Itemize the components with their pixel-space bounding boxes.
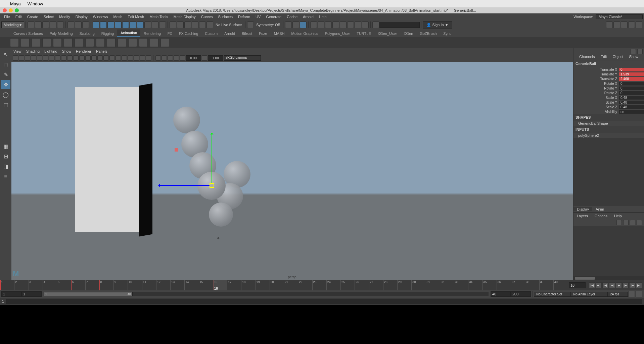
layer-new-empty-icon[interactable]	[630, 220, 635, 225]
history-icon[interactable]	[170, 21, 176, 28]
live-surface-label[interactable]: No Live Surface	[214, 23, 244, 27]
shelf-icon-10[interactable]	[107, 38, 116, 47]
panel-btn-iso4[interactable]	[174, 55, 179, 61]
redo-icon[interactable]	[57, 21, 64, 28]
input-name[interactable]: polySphere2	[573, 133, 644, 138]
signin-button[interactable]: 👤 Sign In ▼	[423, 21, 452, 28]
menu-help[interactable]: Help	[316, 15, 329, 19]
shelf-tab-xgen[interactable]: XGen	[400, 30, 416, 37]
panel-btn-20[interactable]	[128, 55, 133, 61]
step-back-button[interactable]: ◀	[602, 282, 608, 288]
panel-menu-show[interactable]: Show	[62, 49, 72, 53]
close-icon[interactable]	[3, 8, 7, 12]
layer-menu-layers[interactable]: Layers	[573, 214, 591, 218]
toggle-attributeeditor-icon[interactable]	[636, 21, 642, 28]
shelf-tab-animation[interactable]: Animation	[117, 30, 140, 37]
menu-display[interactable]: Display	[73, 15, 90, 19]
range-thumb[interactable]: 1 40	[44, 292, 133, 296]
menuset-selector[interactable]: Modeling▼	[1, 21, 24, 28]
layout2-icon[interactable]	[292, 21, 299, 28]
renderview-icon[interactable]	[355, 21, 361, 28]
help-search-input[interactable]	[379, 22, 420, 28]
anim-layer-selector[interactable]: No Anim Layer	[571, 292, 608, 297]
character-set-selector[interactable]: No Character Set	[534, 292, 571, 297]
menu-meshtools[interactable]: Mesh Tools	[147, 15, 171, 19]
panel-menu-renderer[interactable]: Renderer	[76, 49, 91, 53]
attr-label[interactable]: Scale Z	[573, 105, 619, 109]
panel-btn-2[interactable]	[19, 55, 24, 61]
panel-menu-view[interactable]: View	[13, 49, 21, 53]
move-gizmo-x-axis[interactable]	[159, 185, 210, 186]
panel-btn-14[interactable]	[91, 55, 97, 61]
history6-icon[interactable]	[206, 21, 213, 28]
shelf-icon-9[interactable]	[96, 38, 105, 47]
time-ruler[interactable]: 1234567891011121314151617181920212223242…	[0, 280, 567, 290]
attr-value[interactable]: 0	[619, 82, 644, 85]
snap-point-icon[interactable]	[107, 21, 114, 28]
panel-btn-7[interactable]	[49, 55, 54, 61]
symmetry-icon[interactable]	[247, 21, 254, 28]
attr-value[interactable]: 2.468	[619, 77, 644, 81]
attr-label[interactable]: Rotate Y	[573, 87, 619, 90]
construction-icon[interactable]	[159, 21, 166, 28]
snap-center-icon[interactable]	[115, 21, 122, 28]
shelf-icon-2[interactable]	[21, 38, 30, 47]
attr-label[interactable]: Rotate Z	[573, 91, 619, 95]
step-forward-button[interactable]: ▶	[623, 282, 629, 288]
shelf-tab-motiongraphics[interactable]: Motion Graphics	[288, 30, 321, 37]
layout-single-icon[interactable]: ▦	[1, 141, 10, 151]
panel-btn-18[interactable]	[116, 55, 121, 61]
move-gizmo-y-axis[interactable]	[212, 134, 212, 184]
shelf-tab-rendering[interactable]: Rendering	[140, 30, 164, 37]
menu-surfaces[interactable]: Surfaces	[216, 15, 235, 19]
shelf-tab-arnold[interactable]: Arnold	[221, 30, 238, 37]
snap-grid-icon[interactable]	[93, 21, 99, 28]
attr-label[interactable]: Scale Y	[573, 101, 619, 104]
panel-btn-16[interactable]	[103, 55, 109, 61]
attr-value[interactable]: 0.48	[619, 105, 644, 109]
attr-value[interactable]: on	[619, 110, 644, 114]
panel-btn-10[interactable]	[67, 55, 73, 61]
panel-btn-22[interactable]	[140, 55, 145, 61]
keyframe-marker[interactable]	[71, 280, 72, 290]
panel-btn-4[interactable]	[31, 55, 36, 61]
attr-label[interactable]: Translate Y	[573, 72, 619, 76]
panel-btn-19[interactable]	[122, 55, 127, 61]
command-input[interactable]	[6, 299, 642, 304]
panel-btn-23[interactable]	[146, 55, 151, 61]
shelf-icon-7[interactable]	[75, 38, 83, 47]
exposure-icon[interactable]	[180, 55, 185, 61]
save-scene-icon[interactable]	[42, 21, 49, 28]
menu-modify[interactable]: Modify	[56, 15, 73, 19]
mac-app-name[interactable]: Maya	[10, 1, 21, 6]
cb-menu-object[interactable]: Object	[613, 55, 624, 59]
shelf-tab-fxcaching[interactable]: FX Caching	[176, 30, 201, 37]
menu-meshdisplay[interactable]: Mesh Display	[171, 15, 198, 19]
gamma-field[interactable]	[208, 55, 223, 61]
menu-curves[interactable]: Curves	[198, 15, 216, 19]
render-icon[interactable]	[310, 21, 317, 28]
last-tool[interactable]	[1, 121, 10, 130]
scale-tool[interactable]: ◫	[1, 100, 10, 109]
play-forward-button[interactable]: ▶	[616, 282, 622, 288]
toggle-hud-icon[interactable]	[613, 21, 620, 28]
shelf-icon-5[interactable]	[53, 38, 62, 47]
current-frame-field[interactable]	[569, 282, 586, 288]
lasso-icon[interactable]	[75, 21, 82, 28]
toggle-toolsettings-icon[interactable]	[621, 21, 628, 28]
shelf-tab-polymodeling[interactable]: Poly Modeling	[46, 30, 76, 37]
panel-btn-21[interactable]	[134, 55, 139, 61]
shelf-tab-xgenuser[interactable]: XGen_User	[374, 30, 400, 37]
cb-menu-show[interactable]: Show	[629, 55, 638, 59]
shelf-icon-14[interactable]	[150, 38, 158, 47]
layer-menu-options[interactable]: Options	[591, 214, 611, 218]
layout-outliner-icon[interactable]: ≡	[1, 172, 10, 181]
layout-icon[interactable]	[285, 21, 292, 28]
attr-label[interactable]: Translate Z	[573, 77, 619, 81]
pause-icon[interactable]	[362, 21, 369, 28]
panel-btn-8[interactable]	[55, 55, 60, 61]
shelf-tab-bifrost[interactable]: Bifrost	[238, 30, 256, 37]
shelf-tab-turtle[interactable]: TURTLE	[353, 30, 374, 37]
attr-value[interactable]: 0	[619, 68, 644, 71]
channel-box-object-name[interactable]: GenericBall	[573, 60, 644, 67]
